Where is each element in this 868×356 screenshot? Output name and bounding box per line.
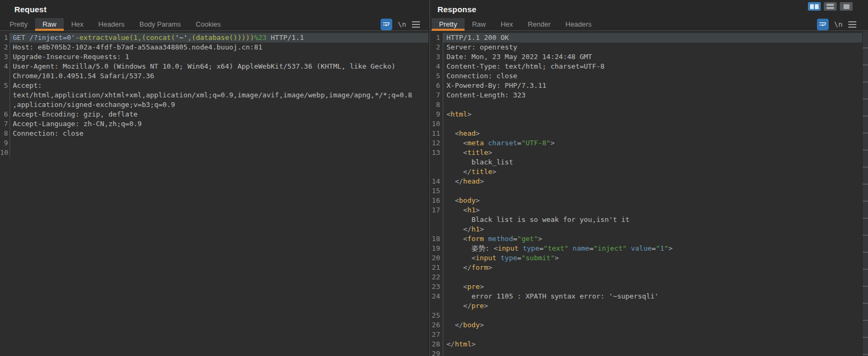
- line-number: [0, 100, 10, 110]
- code-line: [443, 100, 868, 110]
- code-row: </h1>: [431, 225, 868, 234]
- tab-cookies[interactable]: Cookies: [188, 18, 228, 30]
- response-title: Response: [437, 5, 476, 14]
- tab-hex[interactable]: Hex: [64, 18, 91, 30]
- line-number: 27: [431, 330, 443, 340]
- message-editor-window: Request PrettyRawHexHeadersBody ParamsCo…: [0, 0, 868, 356]
- line-number: 28: [431, 340, 443, 349]
- line-number: 9: [0, 138, 10, 148]
- request-tabbar: PrettyRawHexHeadersBody ParamsCookies \n: [0, 18, 428, 31]
- code-line: Connection: close: [10, 129, 428, 138]
- line-number: 6: [431, 81, 443, 90]
- code-line: </h1>: [443, 225, 868, 234]
- line-number: [0, 71, 10, 81]
- editor-menu-button[interactable]: [848, 20, 857, 29]
- code-row: 4User-Agent: Mozilla/5.0 (Windows NT 10.…: [0, 62, 428, 71]
- request-header: Request: [0, 0, 428, 18]
- code-line: [443, 330, 868, 340]
- response-scrollbar[interactable]: [862, 31, 868, 356]
- show-newlines-toggle[interactable]: \n: [834, 20, 842, 28]
- tab-pretty[interactable]: Pretty: [2, 18, 35, 30]
- editor-menu-button[interactable]: [411, 20, 420, 29]
- code-line: <h1>: [443, 205, 868, 215]
- tab-hex[interactable]: Hex: [493, 18, 520, 30]
- code-row: 18 <form method="get">: [431, 234, 868, 244]
- line-number: [431, 215, 443, 225]
- tab-raw[interactable]: Raw: [465, 18, 493, 30]
- code-line: text/html,application/xhtml+xml,applicat…: [10, 90, 428, 100]
- code-row: 8Connection: close: [0, 129, 428, 138]
- code-line: Chrome/101.0.4951.54 Safari/537.36: [10, 71, 428, 81]
- request-title: Request: [14, 5, 47, 14]
- code-line: [443, 272, 868, 282]
- tab-pretty[interactable]: Pretty: [432, 18, 465, 30]
- code-line: </body>: [443, 320, 868, 330]
- code-row: 3Upgrade-Insecure-Requests: 1: [0, 52, 428, 62]
- line-number: [431, 158, 443, 167]
- line-number: 19: [431, 244, 443, 253]
- layout-split-rows-button[interactable]: [824, 2, 837, 11]
- code-row: 8: [431, 100, 868, 110]
- layout-single-pane-button[interactable]: [840, 2, 853, 11]
- code-row: </pre>: [431, 301, 868, 311]
- code-line: <meta charset="UTF-8">: [443, 138, 868, 148]
- code-row: 19 姿势: <input type="text" name="inject" …: [431, 244, 868, 253]
- code-line: <input type="submit">: [443, 253, 868, 263]
- hamburger-icon: [412, 21, 420, 22]
- tab-render[interactable]: Render: [520, 18, 558, 30]
- code-row: 26 </body>: [431, 320, 868, 330]
- response-editor-icons: \n: [817, 18, 868, 30]
- line-number: [0, 90, 10, 100]
- line-number: 16: [431, 196, 443, 205]
- code-row: 6Accept-Encoding: gzip, deflate: [0, 110, 428, 119]
- code-row: 27: [431, 330, 868, 340]
- line-number: [431, 301, 443, 311]
- soft-wrap-toggle-button[interactable]: [381, 19, 392, 30]
- code-row: 2Host: e8b705b2-102a-4fdf-b7ad-a55aaa348…: [0, 43, 428, 52]
- line-number: 3: [0, 52, 10, 62]
- code-line: Content-Length: 323: [443, 90, 868, 100]
- show-newlines-toggle[interactable]: \n: [398, 20, 406, 28]
- tab-raw[interactable]: Raw: [35, 18, 64, 30]
- line-number: 18: [431, 234, 443, 244]
- code-line: </form>: [443, 263, 868, 272]
- code-row: text/html,application/xhtml+xml,applicat…: [0, 90, 428, 100]
- tab-headers[interactable]: Headers: [91, 18, 132, 30]
- tab-headers[interactable]: Headers: [558, 18, 599, 30]
- soft-wrap-icon: [382, 20, 391, 29]
- code-line: Black list is so weak for you,isn't it: [443, 215, 868, 225]
- soft-wrap-icon: [818, 20, 828, 29]
- code-row: 5Connection: close: [431, 71, 868, 81]
- code-row: 14 </head>: [431, 177, 868, 186]
- response-editor[interactable]: 1HTTP/1.1 200 OK2Server: openresty3Date:…: [431, 31, 868, 356]
- columns-icon: [810, 4, 814, 9]
- code-line: Date: Mon, 23 May 2022 14:24:48 GMT: [443, 52, 868, 62]
- code-row: 7Accept-Language: zh-CN,zh;q=0.9: [0, 119, 428, 129]
- request-editor[interactable]: 1GET /?inject=0'-extractvalue(1,(concat(…: [0, 31, 428, 356]
- line-number: 1: [431, 33, 443, 43]
- code-row: 13 <title>: [431, 148, 868, 158]
- layout-split-columns-button[interactable]: [808, 2, 821, 11]
- code-line: <form method="get">: [443, 234, 868, 244]
- line-number: 10: [431, 119, 443, 129]
- code-row: 21 </form>: [431, 263, 868, 272]
- response-panel: Response PrettyRawHexRenderHeaders: [431, 0, 868, 356]
- tab-body-params[interactable]: Body Params: [132, 18, 188, 30]
- line-number: 3: [431, 52, 443, 62]
- code-line: </pre>: [443, 301, 868, 311]
- soft-wrap-toggle-button[interactable]: [817, 19, 829, 30]
- code-row: 20 <input type="submit">: [431, 253, 868, 263]
- code-line: Connection: close: [443, 71, 868, 81]
- code-line: Upgrade-Insecure-Requests: 1: [10, 52, 428, 62]
- code-row: 23 <pre>: [431, 282, 868, 292]
- line-number: 11: [431, 129, 443, 138]
- code-row: Black list is so weak for you,isn't it: [431, 215, 868, 225]
- line-number: 24: [431, 292, 443, 301]
- code-line: Server: openresty: [443, 43, 868, 52]
- panel-splitter[interactable]: [428, 0, 430, 356]
- code-line: Host: e8b705b2-102a-4fdf-b7ad-a55aaa3488…: [10, 43, 428, 52]
- layout-buttons: [808, 2, 853, 11]
- code-line: HTTP/1.1 200 OK: [443, 33, 868, 43]
- line-number: 2: [0, 43, 10, 52]
- line-number: 23: [431, 282, 443, 292]
